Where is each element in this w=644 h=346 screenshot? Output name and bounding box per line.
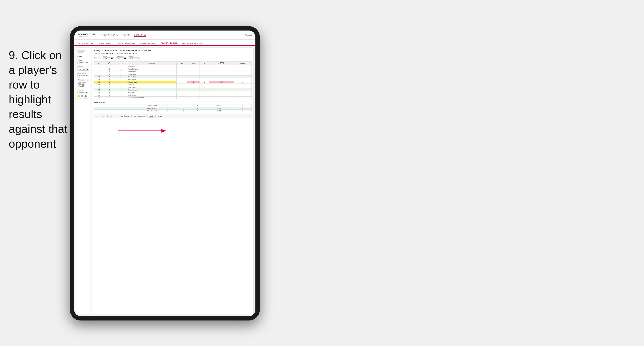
content-panel: Katelyn Vo Head-to-Head Grid for Women's… xyxy=(92,47,254,314)
gender-select[interactable]: Women's xyxy=(78,61,89,64)
instruction-body: Click on a player's row to highlight res… xyxy=(9,49,68,150)
player-section: Player xyxy=(78,55,89,58)
save-custom-button[interactable]: Save Custom View xyxy=(132,115,146,117)
colour-dot-level xyxy=(81,95,83,97)
list-item[interactable]: Foreign Team 1004.5002 xyxy=(94,104,252,107)
nav-teams[interactable]: TEAMS xyxy=(122,33,130,37)
table-row[interactable]: 1474Eunice Yi xyxy=(94,83,252,86)
radio-dot-unselected xyxy=(78,85,79,87)
redo-button[interactable]: ↪ xyxy=(99,115,102,117)
table-row[interactable]: 20117Federica Domecq Lacroze xyxy=(94,97,252,99)
radio-top100[interactable]: Top 100 xyxy=(78,85,89,87)
logo-text: SCOREBOARD xyxy=(78,33,96,36)
gender-group: Gender Women's xyxy=(78,59,89,64)
radio-dot-selected xyxy=(78,83,78,84)
colour-by-select[interactable]: Win/loss xyxy=(78,91,89,94)
sub-nav: TEAM SUMMARY TEAM H2H GRID TEAM H2H HEAT… xyxy=(74,40,256,46)
col-opponent: Opponent xyxy=(127,61,176,65)
out-division-table: Foreign Team 1004.5002 NAIA Division 1 1… xyxy=(94,104,252,112)
tablet-frame: SCOREBOARD Powered by clippd TOURNAMENTS… xyxy=(70,26,260,321)
refresh-button[interactable]: ⟳ xyxy=(103,115,105,117)
colour-dot-down xyxy=(78,95,80,97)
col-win: Win xyxy=(176,61,187,65)
nav-tournaments[interactable]: TOURNAMENTS xyxy=(102,33,118,37)
col-reg: #Reg xyxy=(104,61,115,65)
player-rank-select[interactable]: 8. Katelyn Vo xyxy=(78,74,89,77)
share-button[interactable]: Share xyxy=(157,115,163,117)
filter-conference: Conference (All) xyxy=(116,56,127,60)
sub-nav-team-h2h-grid[interactable]: TEAM H2H GRID xyxy=(97,42,113,45)
table-row[interactable]: 1585Stella Cheng xyxy=(94,86,252,89)
undo-button[interactable]: ↩ xyxy=(96,115,98,117)
table-row[interactable]: 1822Euna Lee xyxy=(94,91,252,94)
table-row[interactable]: 914Sharon Mun xyxy=(94,73,252,76)
col-loss: Loss xyxy=(187,61,200,65)
sidebar: Last Updated: 27/03/2024 16:55:38 Player… xyxy=(76,47,91,314)
division-group: Division NCAA Division III xyxy=(78,66,89,71)
watch-button[interactable]: Watch ▾ xyxy=(148,115,156,118)
panel-title: Katelyn Vo Head-to-Head Grid for Women's… xyxy=(94,49,252,52)
last-updated-date: Last Updated: 27/03/2024 16:55:38 xyxy=(78,49,89,53)
tablet-screen: SCOREBOARD Powered by clippd TOURNAMENTS… xyxy=(74,30,256,316)
logo-sub: Powered by clippd xyxy=(78,36,96,37)
col-rounds: Rounds xyxy=(234,61,252,65)
sub-nav-player-h2h-heatmap[interactable]: PLAYER H2H HEATMAP xyxy=(182,42,203,45)
player-rank-group: Player (Rank) 8. Katelyn Vo xyxy=(78,72,89,77)
table-row[interactable]: 1063 Andrea York xyxy=(94,76,252,78)
out-of-division-title: Out of division xyxy=(94,101,252,103)
instruction-number: 9. xyxy=(9,49,18,61)
table-row[interactable]: 1311HeeJo Hyun xyxy=(94,78,252,81)
records-row: Overall Record: 353 - 34 - 6 Division Re… xyxy=(94,53,252,54)
nav-bar: SCOREBOARD Powered by clippd TOURNAMENTS… xyxy=(74,30,256,40)
sign-out[interactable]: | Sign out xyxy=(244,34,252,36)
table-row[interactable]: 1691 Jessica Mason xyxy=(94,89,252,91)
colour-dot-up xyxy=(84,95,87,97)
grid-button[interactable]: ⊞ xyxy=(106,115,108,117)
nav-committee[interactable]: COMMITTEE xyxy=(134,33,146,37)
col-tie: Tie xyxy=(200,61,209,65)
opponent-select[interactable]: (All) xyxy=(128,57,140,60)
table-row[interactable]: 522Alexis Sudjianto xyxy=(94,68,252,70)
col-conf: #Conf xyxy=(115,61,127,65)
nav-items: TOURNAMENTS TEAMS COMMITTEE xyxy=(102,33,239,37)
table-row-highlighted[interactable]: 131 Jessica Huang 0 1 0 -3.00 2 xyxy=(94,81,252,83)
circle-button[interactable]: ◎ xyxy=(110,115,112,117)
toolbar: ↩ ↪ ⟳ ⊞ ◎ — View: Original Save Custom V… xyxy=(94,114,252,118)
radio-opponents-played[interactable]: Opponents Played xyxy=(78,82,89,85)
col-diff: Diff AvStrokes/Rnd xyxy=(209,61,234,65)
table-row[interactable]: 361Esther Lee xyxy=(94,65,252,68)
col-div: #Div xyxy=(94,61,104,65)
sub-nav-player-summary[interactable]: PLAYER SUMMARY xyxy=(139,42,157,45)
toolbar-separator xyxy=(117,115,117,118)
colour-section: Colour by Win/loss Down Level Up xyxy=(78,89,89,99)
sub-nav-player-h2h-grid[interactable]: PLAYER H2H GRID xyxy=(160,41,178,45)
opponent-view: Opponent view Opponents Played Top 100 xyxy=(78,79,89,87)
filter-region: Region (All) xyxy=(103,56,114,60)
view-original-button[interactable]: View: Original xyxy=(118,115,130,117)
minus-button[interactable]: — xyxy=(113,115,116,117)
list-item[interactable]: NCAA Division 2 5007.40010 xyxy=(94,110,252,112)
conference-select[interactable]: (All) xyxy=(116,57,127,60)
logo-area: SCOREBOARD Powered by clippd xyxy=(78,33,96,37)
table-row[interactable]: 19106Emily Chang xyxy=(94,94,252,97)
main-data-table: #Div #Reg #Conf Opponent Win Loss Tie Di… xyxy=(94,61,252,99)
region-select[interactable]: (All) xyxy=(103,57,114,60)
list-item[interactable]: NAIA Division 1 1500 9.26730 xyxy=(94,107,252,110)
table-row[interactable]: 613Sydney Kuo xyxy=(94,70,252,73)
instruction-text: 9. Click on a player's row to highlight … xyxy=(9,48,70,151)
main-content: Last Updated: 27/03/2024 16:55:38 Player… xyxy=(74,46,256,316)
sub-nav-team-summary[interactable]: TEAM SUMMARY xyxy=(78,42,94,45)
division-select[interactable]: NCAA Division III xyxy=(78,68,89,71)
sub-nav-team-h2h-heatmap[interactable]: TEAM H2H HEATMAP xyxy=(116,42,136,45)
filter-opponent: Opponent (All) xyxy=(128,56,140,60)
filters-row: Opponents: Region (All) Conference (All) xyxy=(94,56,252,60)
